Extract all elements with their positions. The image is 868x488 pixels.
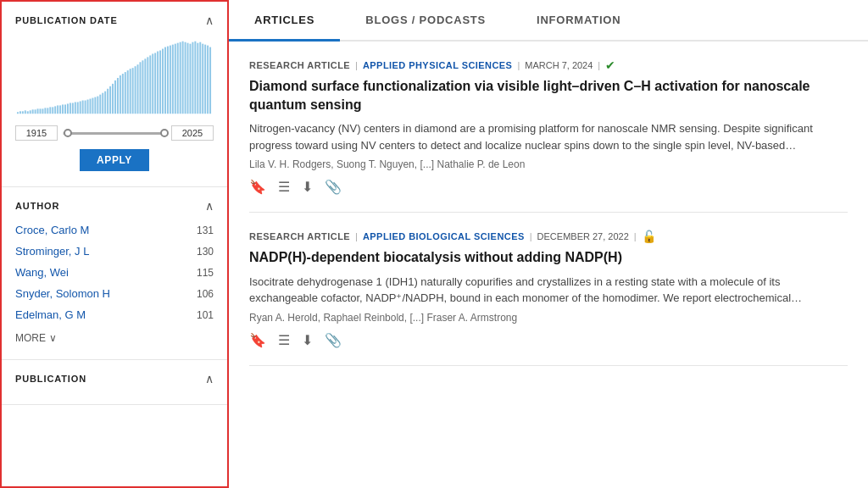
list-item[interactable]: Edelman, G M 101: [15, 304, 214, 325]
list-item[interactable]: Strominger, J L 130: [15, 241, 214, 262]
meta-separator: |: [598, 60, 600, 70]
svg-rect-66: [182, 42, 184, 114]
paperclip-icon[interactable]: 📎: [325, 179, 342, 195]
author-list: Croce, Carlo M 131 Strominger, J L 130 W…: [15, 219, 214, 325]
list-item[interactable]: Croce, Carlo M 131: [15, 219, 214, 241]
svg-rect-8: [37, 108, 39, 114]
article-title[interactable]: NADP(H)-dependent biocatalysis without a…: [249, 248, 848, 267]
svg-rect-68: [187, 43, 189, 114]
author-count: 130: [197, 246, 214, 258]
article-category[interactable]: APPLIED PHYSICAL SCIENCES: [363, 60, 512, 70]
list-item[interactable]: Snyder, Solomon H 106: [15, 283, 214, 304]
svg-rect-49: [139, 62, 141, 114]
publication-chevron-icon: ∧: [205, 372, 214, 385]
year-max-input[interactable]: [171, 125, 214, 141]
svg-rect-27: [85, 101, 86, 114]
range-thumb-left[interactable]: [64, 129, 72, 137]
svg-rect-10: [42, 108, 43, 114]
author-header[interactable]: AUTHOR ∧: [15, 199, 214, 213]
year-min-input[interactable]: [15, 125, 58, 141]
pub-date-header[interactable]: PUBLICATION DATE ∧: [15, 14, 214, 27]
author-name[interactable]: Croce, Carlo M: [15, 224, 89, 236]
publication-title: PUBLICATION: [15, 374, 86, 384]
tab-information[interactable]: INFORMATION: [511, 0, 646, 40]
svg-rect-36: [107, 89, 108, 114]
main-content: ARTICLES BLOGS / PODCASTS INFORMATION RE…: [229, 0, 868, 488]
article-type: RESEARCH ARTICLE: [249, 231, 350, 241]
svg-rect-16: [57, 105, 58, 114]
author-name[interactable]: Wang, Wei: [15, 266, 69, 279]
range-slider-fill: [68, 132, 164, 135]
article-meta: RESEARCH ARTICLE | APPLIED BIOLOGICAL SC…: [249, 230, 848, 243]
tab-blogs[interactable]: BLOGS / PODCASTS: [340, 0, 511, 40]
bookmark-icon[interactable]: 🔖: [249, 332, 266, 348]
svg-rect-14: [52, 107, 53, 114]
svg-rect-69: [189, 44, 191, 114]
author-name[interactable]: Snyder, Solomon H: [15, 287, 110, 300]
meta-separator: |: [355, 231, 358, 241]
svg-rect-54: [152, 53, 153, 114]
article-card: RESEARCH ARTICLE | APPLIED BIOLOGICAL SC…: [249, 213, 848, 366]
download-icon[interactable]: ⬇: [302, 179, 313, 195]
article-category[interactable]: APPLIED BIOLOGICAL SCIENCES: [363, 231, 525, 241]
svg-rect-41: [120, 75, 121, 114]
svg-rect-33: [99, 95, 101, 114]
svg-rect-35: [104, 92, 106, 114]
list-icon[interactable]: ☰: [278, 332, 290, 348]
range-slider-track[interactable]: [63, 132, 166, 135]
pub-date-chart: [15, 34, 214, 119]
more-label: MORE: [15, 332, 46, 344]
svg-rect-43: [125, 72, 126, 114]
author-name[interactable]: Strominger, J L: [15, 245, 89, 258]
paperclip-icon[interactable]: 📎: [325, 332, 342, 348]
svg-rect-76: [207, 46, 209, 114]
tab-articles[interactable]: ARTICLES: [229, 0, 340, 40]
author-count: 115: [197, 267, 214, 279]
svg-rect-73: [199, 42, 201, 114]
articles-list: RESEARCH ARTICLE | APPLIED PHYSICAL SCIE…: [229, 42, 868, 488]
svg-rect-21: [70, 103, 71, 114]
svg-rect-47: [135, 66, 136, 114]
apply-button[interactable]: APPLY: [80, 149, 149, 171]
publication-header[interactable]: PUBLICATION ∧: [15, 372, 214, 385]
list-icon[interactable]: ☰: [278, 179, 290, 195]
svg-rect-40: [117, 78, 119, 114]
meta-separator: |: [517, 60, 520, 70]
more-button[interactable]: MORE ∨: [15, 329, 214, 347]
bookmark-icon[interactable]: 🔖: [249, 179, 266, 195]
sidebar: PUBLICATION DATE ∧: [0, 0, 229, 488]
article-card: RESEARCH ARTICLE | APPLIED PHYSICAL SCIE…: [249, 42, 848, 213]
svg-rect-25: [80, 101, 81, 114]
svg-rect-46: [132, 68, 134, 114]
pub-date-chevron-icon: ∧: [205, 14, 214, 27]
pub-date-section: PUBLICATION DATE ∧: [2, 2, 227, 187]
svg-rect-71: [194, 42, 196, 114]
svg-rect-18: [62, 104, 64, 114]
more-chevron-icon: ∨: [49, 332, 57, 344]
svg-rect-52: [147, 57, 148, 114]
svg-rect-70: [192, 42, 193, 114]
svg-rect-13: [49, 107, 51, 114]
svg-rect-56: [157, 52, 159, 114]
range-thumb-right[interactable]: [160, 129, 169, 137]
svg-rect-44: [127, 70, 129, 114]
bar-chart-svg: [15, 34, 214, 119]
article-title[interactable]: Diamond surface functionalization via vi…: [249, 77, 848, 114]
meta-separator: |: [530, 231, 532, 241]
svg-rect-67: [185, 42, 186, 114]
svg-rect-50: [142, 60, 143, 114]
svg-rect-62: [172, 45, 174, 114]
svg-rect-34: [102, 93, 103, 114]
list-item[interactable]: Wang, Wei 115: [15, 262, 214, 283]
svg-rect-75: [204, 45, 206, 114]
article-authors: Ryan A. Herold, Raphael Reinbold, [...] …: [249, 312, 848, 324]
download-icon[interactable]: ⬇: [302, 332, 313, 348]
svg-rect-23: [75, 102, 76, 114]
author-name[interactable]: Edelman, G M: [15, 308, 86, 321]
svg-rect-65: [180, 42, 181, 114]
article-type: RESEARCH ARTICLE: [249, 60, 350, 70]
svg-rect-58: [162, 49, 164, 114]
author-count: 131: [197, 225, 214, 236]
svg-rect-1: [19, 111, 21, 114]
svg-rect-72: [197, 43, 198, 114]
